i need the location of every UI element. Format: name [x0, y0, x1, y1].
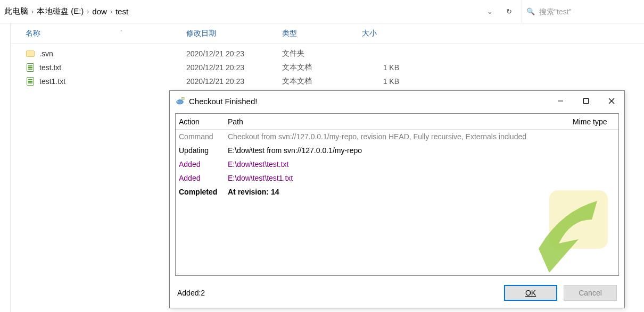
status-text: Added:2 [177, 289, 205, 297]
log-action: Updating [179, 145, 228, 156]
log-path: E:\dow\test\test.txt [228, 158, 615, 170]
log-action: Command [179, 131, 228, 142]
refresh-button[interactable]: ↻ [499, 0, 518, 23]
file-size: 1 KB [362, 63, 426, 72]
ok-button[interactable]: OK [504, 285, 557, 301]
log-action: Completed [179, 186, 228, 198]
column-header-name[interactable]: 名称 ˆ [11, 29, 186, 38]
breadcrumb-item[interactable]: 本地磁盘 (E:)› [37, 6, 89, 16]
file-row[interactable]: test1.txt 2020/12/21 20:23 文本文档 1 KB [11, 74, 644, 88]
log-grid: Action Path Mime type Command Checkout f… [176, 114, 618, 199]
log-path: E:\dow\test\test1.txt [228, 172, 615, 184]
dialog-footer: Added:2 OK Cancel [170, 278, 624, 308]
file-type: 文本文档 [282, 77, 362, 86]
log-row[interactable]: Added E:\dow\test\test.txt [176, 157, 618, 171]
log-headers: Action Path Mime type [176, 114, 618, 130]
log-path: Checkout from svn://127.0.0.1/my-repo, r… [228, 131, 615, 142]
folder-icon [26, 49, 35, 58]
text-file-icon [26, 63, 35, 72]
text-file-icon [26, 77, 35, 86]
log-header-action[interactable]: Action [179, 117, 228, 126]
log-row[interactable]: Updating E:\dow\test from svn://127.0.0.… [176, 144, 618, 157]
breadcrumb-label: dow [92, 7, 107, 16]
file-type: 文本文档 [282, 63, 362, 72]
file-date: 2020/12/21 20:23 [186, 63, 282, 72]
breadcrumb-item[interactable]: test [115, 7, 128, 16]
column-header-label: 名称 [26, 29, 40, 38]
log-path: E:\dow\test from svn://127.0.0.1/my-repo [228, 145, 615, 156]
column-headers: 名称 ˆ 修改日期 类型 大小 [11, 23, 644, 44]
breadcrumb[interactable]: 此电脑› 本地磁盘 (E:)› dow› test [0, 0, 477, 23]
svg-rect-7 [549, 190, 608, 249]
breadcrumb-label: test [115, 7, 128, 16]
file-date: 2020/12/21 20:23 [186, 49, 282, 58]
log-header-path[interactable]: Path [228, 117, 573, 126]
minimize-button[interactable] [548, 91, 573, 111]
file-name: test1.txt [39, 77, 65, 86]
search-icon: 🔍 [526, 7, 535, 15]
dialog-body: Action Path Mime type Command Checkout f… [175, 113, 619, 276]
search-box[interactable]: 🔍 [522, 0, 644, 23]
log-row[interactable]: Completed At revision: 14 [176, 185, 618, 199]
column-header-size[interactable]: 大小 [362, 29, 426, 38]
file-row[interactable]: .svn 2020/12/21 20:23 文件夹 [11, 47, 644, 61]
svg-rect-2 [182, 98, 185, 100]
file-date: 2020/12/21 20:23 [186, 77, 282, 86]
column-header-label: 类型 [282, 29, 297, 37]
checkout-finished-dialog: Checkout Finished! Action Path Mime type… [169, 90, 625, 308]
sort-caret-icon: ˆ [120, 30, 122, 36]
window-controls [548, 91, 624, 111]
log-action: Added [179, 158, 228, 170]
file-name: .svn [39, 49, 53, 58]
file-size: 1 KB [362, 77, 426, 86]
left-gutter [0, 23, 11, 312]
file-name: test.txt [39, 63, 61, 72]
log-action: Added [179, 172, 228, 184]
search-input[interactable] [539, 7, 640, 16]
log-row[interactable]: Command Checkout from svn://127.0.0.1/my… [176, 130, 618, 144]
column-header-label: 修改日期 [186, 29, 216, 37]
history-dropdown[interactable]: ⌄ [480, 0, 499, 23]
log-row[interactable]: Added E:\dow\test\test1.txt [176, 171, 618, 185]
chevron-right-icon: › [87, 8, 89, 15]
log-path: At revision: 14 [228, 186, 615, 198]
svg-point-1 [177, 100, 178, 102]
file-type: 文件夹 [282, 49, 362, 58]
breadcrumb-label: 此电脑 [4, 6, 28, 16]
column-header-date[interactable]: 修改日期 [186, 29, 282, 38]
address-bar: 此电脑› 本地磁盘 (E:)› dow› test ⌄ ↻ 🔍 [0, 0, 644, 23]
nav-controls: ⌄ ↻ [477, 0, 522, 23]
log-header-mime[interactable]: Mime type [573, 117, 615, 126]
cancel-button[interactable]: Cancel [564, 285, 617, 301]
success-arrow-icon [528, 190, 618, 275]
breadcrumb-item[interactable]: dow› [92, 7, 112, 16]
breadcrumb-item[interactable]: 此电脑› [4, 6, 34, 16]
tortoisesvn-icon [175, 97, 185, 105]
column-header-type[interactable]: 类型 [282, 29, 362, 38]
dialog-titlebar[interactable]: Checkout Finished! [170, 91, 624, 111]
dialog-title: Checkout Finished! [189, 97, 257, 106]
maximize-button[interactable] [573, 91, 599, 111]
file-row[interactable]: test.txt 2020/12/21 20:23 文本文档 1 KB [11, 61, 644, 74]
dialog-buttons: OK Cancel [504, 285, 617, 301]
breadcrumb-label: 本地磁盘 (E:) [37, 6, 84, 16]
close-button[interactable] [599, 91, 624, 111]
chevron-right-icon: › [110, 8, 112, 15]
svg-rect-4 [584, 99, 589, 104]
chevron-right-icon: › [31, 8, 34, 15]
column-header-label: 大小 [362, 29, 377, 37]
